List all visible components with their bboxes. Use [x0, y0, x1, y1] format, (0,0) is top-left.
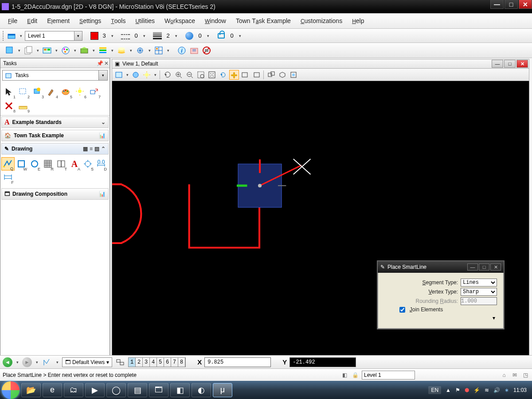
point-cloud-icon[interactable] — [60, 45, 71, 56]
menu-edit[interactable]: Edit — [24, 16, 40, 25]
dropdown-icon[interactable]: ▾ — [17, 46, 21, 55]
dialog-minimize-button[interactable]: — — [467, 263, 478, 271]
place-circle-icon[interactable]: E — [28, 157, 41, 170]
menu-workspace[interactable]: Workspace — [162, 16, 198, 25]
view-group-select[interactable]: 🗔 Default Views ▾ — [62, 357, 112, 367]
locks-icon[interactable]: 🔒 — [351, 371, 359, 379]
view-control-icon[interactable]: 3 — [31, 85, 44, 98]
place-text-icon[interactable]: AA — [68, 157, 81, 170]
tray-network-icon[interactable]: ≋ — [485, 387, 489, 393]
element-info-icon[interactable] — [135, 45, 145, 56]
active-level-field[interactable]: Level 1 — [362, 371, 415, 380]
place-pattern-icon[interactable]: R — [41, 157, 55, 170]
level-display-icon[interactable] — [116, 45, 127, 56]
drawing-canvas[interactable]: ✎ Place SmartLine — □ ✕ Segment Type: Li… — [112, 81, 529, 365]
place-tag-icon[interactable]: T — [55, 157, 68, 170]
view-toggle-7[interactable]: 7 — [171, 358, 178, 367]
view-toggle-1[interactable]: 1 — [129, 358, 136, 367]
view-attributes-icon[interactable] — [114, 70, 124, 80]
menu-utilities[interactable]: Utilities — [133, 16, 157, 25]
language-indicator[interactable]: EN — [428, 386, 441, 394]
rotate-view-icon[interactable] — [218, 70, 228, 80]
level-manager-icon[interactable] — [98, 45, 108, 56]
dropdown-arrow-icon[interactable]: ▾ — [98, 70, 107, 80]
lineweight-icon[interactable] — [153, 31, 162, 41]
adjust-brightness-icon[interactable] — [142, 70, 152, 80]
clip-volume-icon[interactable] — [278, 70, 287, 80]
class-dropdown[interactable]: ▾ — [206, 31, 210, 41]
chevron-down-icon[interactable]: ⌄ — [101, 119, 106, 125]
clip-mask-icon[interactable] — [289, 70, 298, 80]
model-icon[interactable] — [7, 31, 17, 41]
menu-tools[interactable]: Tools — [108, 16, 128, 25]
view-maximize-button[interactable]: □ — [504, 60, 516, 68]
dropdown-icon[interactable]: ▾ — [166, 46, 170, 55]
place-smartline-icon[interactable]: Q — [1, 157, 15, 170]
design-history-icon[interactable]: ◳ — [521, 371, 529, 379]
dropdown-icon[interactable]: ▾ — [54, 46, 59, 55]
section-drawing-composition[interactable]: 🗔 Drawing Composition 📊 — [1, 188, 109, 200]
menu-element[interactable]: Element — [44, 16, 72, 25]
menu-customizations[interactable]: Customizations — [298, 16, 345, 25]
clock[interactable]: 11:03 — [513, 387, 530, 393]
segment-type-select[interactable]: Lines — [461, 279, 497, 287]
light-icon[interactable]: 6 — [73, 85, 86, 98]
taskbar-app-6[interactable]: ◐ — [192, 383, 211, 397]
taskbar-media-icon[interactable]: ▶ — [85, 383, 105, 397]
info-icon[interactable]: i — [176, 45, 187, 56]
menu-file[interactable]: File — [5, 16, 20, 25]
linestyle-dropdown[interactable]: ▾ — [142, 31, 146, 41]
forward-button[interactable]: ► — [22, 357, 32, 367]
toggle-accudraw-icon[interactable] — [189, 45, 200, 56]
palette-icon[interactable]: 5 — [59, 85, 72, 98]
tool-settings-dialog[interactable]: ✎ Place SmartLine — □ ✕ Segment Type: Li… — [377, 260, 505, 329]
taskbar-app-4[interactable]: 🗔 — [149, 383, 168, 397]
models-icon[interactable] — [4, 45, 15, 56]
close-button[interactable]: ✕ — [519, 0, 532, 9]
taskbar-app-3[interactable]: ▤ — [128, 383, 147, 397]
dialog-maximize-button[interactable]: □ — [479, 263, 489, 271]
saved-views-icon[interactable] — [79, 45, 90, 56]
raster-icon[interactable] — [42, 45, 52, 56]
color-dropdown[interactable]: ▾ — [110, 31, 114, 41]
back-button[interactable]: ◄ — [3, 357, 12, 367]
y-coordinate-input[interactable]: -21.492 — [289, 357, 356, 367]
start-button[interactable] — [2, 381, 20, 399]
view-previous-icon[interactable] — [240, 70, 250, 80]
manipulate-icon[interactable]: 7 — [87, 85, 101, 98]
pin-icon[interactable]: 📌 — [97, 60, 103, 66]
view-title-bar[interactable]: ▣ View 1, Default — □ ✕ — [112, 59, 529, 69]
menu-help[interactable]: Help — [349, 16, 367, 25]
layout-panel-icon[interactable]: ▤ — [94, 146, 99, 152]
lock-icon[interactable] — [216, 31, 226, 41]
view-next-icon[interactable] — [251, 70, 261, 80]
menu-window[interactable]: Window — [202, 16, 229, 25]
dimension-icon[interactable]: 0.0D — [94, 157, 108, 170]
taskbar-ie-icon[interactable]: e — [43, 383, 62, 397]
chevron-up-icon[interactable]: ⌃ — [101, 146, 106, 152]
close-panel-icon[interactable]: ✕ — [104, 60, 109, 66]
dropdown-icon[interactable]: ▾ — [153, 70, 157, 80]
view-toggle-4[interactable]: 4 — [150, 358, 157, 367]
section-drawing[interactable]: ✎ Drawing ▦ ≡ ▤ ⌃ — [1, 143, 109, 155]
pan-view-icon[interactable] — [229, 70, 239, 80]
dropdown-icon[interactable]: ▾ — [125, 70, 129, 80]
lineweight-dropdown[interactable]: ▾ — [174, 31, 178, 41]
toolbar-grip[interactable] — [3, 31, 5, 41]
dropdown-icon[interactable]: ▾ — [110, 46, 114, 55]
linestyle-icon[interactable] — [121, 31, 130, 41]
taskbar-explorer-icon[interactable]: 🗂 — [64, 383, 83, 397]
taskbar-app-2[interactable]: ◯ — [106, 383, 126, 397]
view-toggle-8[interactable]: 8 — [178, 358, 185, 367]
zoom-out-icon[interactable] — [185, 70, 195, 80]
class-icon[interactable] — [184, 31, 194, 41]
tray-show-hidden-icon[interactable]: ▲ — [446, 387, 451, 393]
view-toggle-6[interactable]: 6 — [164, 358, 171, 367]
x-coordinate-input[interactable]: 9.825 — [204, 357, 271, 367]
references-icon[interactable] — [23, 45, 34, 56]
menu-town-task-example[interactable]: Town Task Example — [233, 16, 293, 25]
fit-view-icon[interactable] — [207, 70, 217, 80]
section-town-task-example[interactable]: 🏠 Town Task Example 📊 — [1, 130, 109, 141]
dropdown-icon[interactable]: ▾ — [147, 46, 152, 55]
dropdown-icon[interactable]: ▾ — [73, 46, 77, 55]
